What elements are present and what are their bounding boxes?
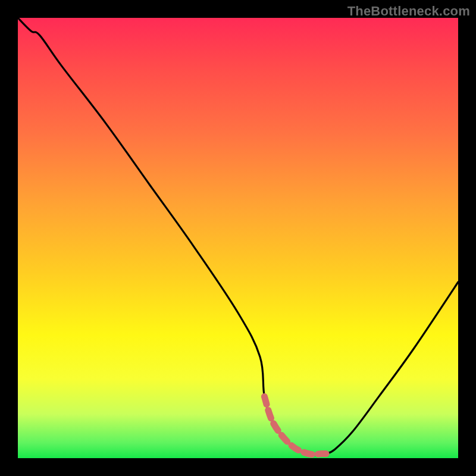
highlight-segment bbox=[264, 396, 326, 454]
chart-frame: TheBottleneck.com bbox=[0, 0, 476, 476]
bottleneck-curve bbox=[18, 18, 458, 455]
curve-svg bbox=[18, 18, 458, 458]
plot-area bbox=[18, 18, 458, 458]
watermark-text: TheBottleneck.com bbox=[347, 4, 470, 19]
